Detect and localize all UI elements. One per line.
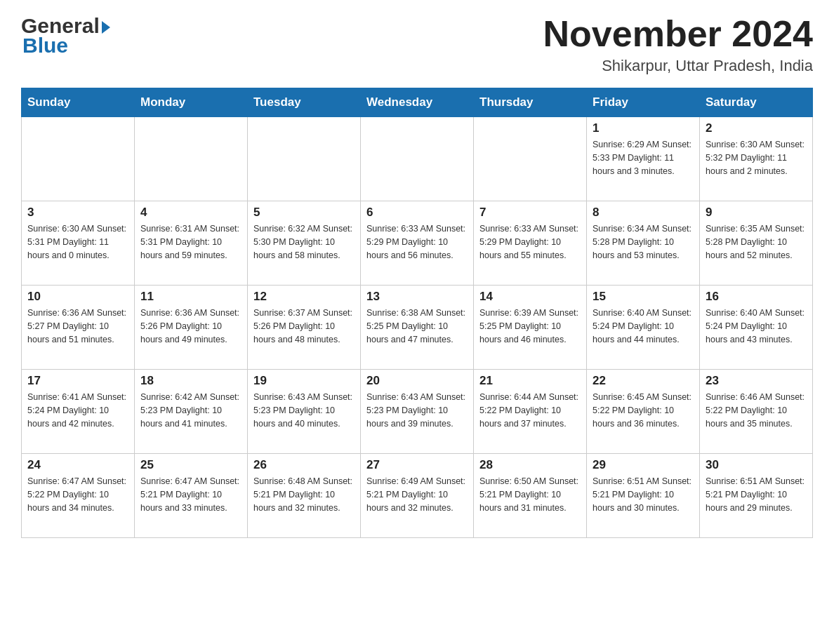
calendar-cell [361,117,474,201]
calendar-week-row: 1Sunrise: 6:29 AM Sunset: 5:33 PM Daylig… [22,117,813,201]
calendar-week-row: 3Sunrise: 6:30 AM Sunset: 5:31 PM Daylig… [22,201,813,286]
day-number: 11 [140,290,241,304]
day-number: 18 [140,374,241,388]
day-info: Sunrise: 6:33 AM Sunset: 5:29 PM Dayligh… [366,222,468,262]
calendar-cell: 9Sunrise: 6:35 AM Sunset: 5:28 PM Daylig… [700,201,813,286]
calendar-cell: 7Sunrise: 6:33 AM Sunset: 5:29 PM Daylig… [474,201,587,286]
calendar-cell: 13Sunrise: 6:38 AM Sunset: 5:25 PM Dayli… [361,286,474,370]
location-text: Shikarpur, Uttar Pradesh, India [543,57,813,75]
title-area: November 2024 Shikarpur, Uttar Pradesh, … [543,14,813,75]
day-of-week-header: Tuesday [248,88,361,117]
calendar-cell: 30Sunrise: 6:51 AM Sunset: 5:21 PM Dayli… [700,454,813,538]
calendar-cell: 22Sunrise: 6:45 AM Sunset: 5:22 PM Dayli… [587,370,700,454]
day-number: 26 [253,458,355,472]
day-info: Sunrise: 6:49 AM Sunset: 5:21 PM Dayligh… [366,475,468,514]
calendar-week-row: 24Sunrise: 6:47 AM Sunset: 5:22 PM Dayli… [22,454,813,538]
day-number: 3 [27,206,128,220]
calendar-cell: 14Sunrise: 6:39 AM Sunset: 5:25 PM Dayli… [474,286,587,370]
calendar-cell: 5Sunrise: 6:32 AM Sunset: 5:30 PM Daylig… [248,201,361,286]
day-number: 22 [593,374,694,388]
day-info: Sunrise: 6:29 AM Sunset: 5:33 PM Dayligh… [593,138,694,177]
day-info: Sunrise: 6:43 AM Sunset: 5:23 PM Dayligh… [253,391,355,430]
day-info: Sunrise: 6:31 AM Sunset: 5:31 PM Dayligh… [140,222,241,262]
day-info: Sunrise: 6:36 AM Sunset: 5:26 PM Dayligh… [140,307,241,346]
calendar-cell: 21Sunrise: 6:44 AM Sunset: 5:22 PM Dayli… [474,370,587,454]
day-info: Sunrise: 6:47 AM Sunset: 5:21 PM Dayligh… [140,475,241,514]
day-number: 1 [593,121,694,135]
day-number: 25 [140,458,241,472]
calendar-cell [474,117,587,201]
day-info: Sunrise: 6:33 AM Sunset: 5:29 PM Dayligh… [479,222,581,262]
calendar-cell: 8Sunrise: 6:34 AM Sunset: 5:28 PM Daylig… [587,201,700,286]
calendar-cell: 29Sunrise: 6:51 AM Sunset: 5:21 PM Dayli… [587,454,700,538]
day-of-week-header: Saturday [700,88,813,117]
day-number: 7 [479,206,581,220]
calendar-cell: 23Sunrise: 6:46 AM Sunset: 5:22 PM Dayli… [700,370,813,454]
calendar-cell: 24Sunrise: 6:47 AM Sunset: 5:22 PM Dayli… [22,454,135,538]
calendar-table: SundayMondayTuesdayWednesdayThursdayFrid… [21,88,813,538]
day-number: 8 [593,206,694,220]
day-info: Sunrise: 6:39 AM Sunset: 5:25 PM Dayligh… [479,307,581,346]
calendar-cell: 20Sunrise: 6:43 AM Sunset: 5:23 PM Dayli… [361,370,474,454]
calendar-cell: 3Sunrise: 6:30 AM Sunset: 5:31 PM Daylig… [22,201,135,286]
calendar-cell: 10Sunrise: 6:36 AM Sunset: 5:27 PM Dayli… [22,286,135,370]
day-number: 23 [706,374,807,388]
day-number: 28 [479,458,581,472]
day-info: Sunrise: 6:47 AM Sunset: 5:22 PM Dayligh… [27,475,128,514]
day-number: 15 [593,290,694,304]
day-number: 21 [479,374,581,388]
day-info: Sunrise: 6:34 AM Sunset: 5:28 PM Dayligh… [593,222,694,262]
day-number: 29 [593,458,694,472]
day-info: Sunrise: 6:40 AM Sunset: 5:24 PM Dayligh… [706,307,807,346]
calendar-cell: 12Sunrise: 6:37 AM Sunset: 5:26 PM Dayli… [248,286,361,370]
day-info: Sunrise: 6:44 AM Sunset: 5:22 PM Dayligh… [479,391,581,430]
day-number: 24 [27,458,128,472]
day-number: 12 [253,290,355,304]
calendar-cell: 18Sunrise: 6:42 AM Sunset: 5:23 PM Dayli… [135,370,248,454]
day-of-week-header: Thursday [474,88,587,117]
day-info: Sunrise: 6:35 AM Sunset: 5:28 PM Dayligh… [706,222,807,262]
day-info: Sunrise: 6:46 AM Sunset: 5:22 PM Dayligh… [706,391,807,430]
day-info: Sunrise: 6:42 AM Sunset: 5:23 PM Dayligh… [140,391,241,430]
calendar-cell [248,117,361,201]
day-info: Sunrise: 6:45 AM Sunset: 5:22 PM Dayligh… [593,391,694,430]
day-info: Sunrise: 6:43 AM Sunset: 5:23 PM Dayligh… [366,391,468,430]
calendar-cell: 19Sunrise: 6:43 AM Sunset: 5:23 PM Dayli… [248,370,361,454]
day-info: Sunrise: 6:36 AM Sunset: 5:27 PM Dayligh… [27,307,128,346]
day-number: 17 [27,374,128,388]
day-info: Sunrise: 6:41 AM Sunset: 5:24 PM Dayligh… [27,391,128,430]
calendar-cell: 11Sunrise: 6:36 AM Sunset: 5:26 PM Dayli… [135,286,248,370]
day-info: Sunrise: 6:48 AM Sunset: 5:21 PM Dayligh… [253,475,355,514]
calendar-cell: 2Sunrise: 6:30 AM Sunset: 5:32 PM Daylig… [700,117,813,201]
calendar-cell: 17Sunrise: 6:41 AM Sunset: 5:24 PM Dayli… [22,370,135,454]
day-number: 10 [27,290,128,304]
day-number: 9 [706,206,807,220]
calendar-cell: 4Sunrise: 6:31 AM Sunset: 5:31 PM Daylig… [135,201,248,286]
calendar-cell: 15Sunrise: 6:40 AM Sunset: 5:24 PM Dayli… [587,286,700,370]
logo: General Blue [21,14,110,58]
calendar-week-row: 17Sunrise: 6:41 AM Sunset: 5:24 PM Dayli… [22,370,813,454]
day-of-week-header: Wednesday [361,88,474,117]
day-number: 27 [366,458,468,472]
day-info: Sunrise: 6:37 AM Sunset: 5:26 PM Dayligh… [253,307,355,346]
day-info: Sunrise: 6:50 AM Sunset: 5:21 PM Dayligh… [479,475,581,514]
day-info: Sunrise: 6:30 AM Sunset: 5:31 PM Dayligh… [27,222,128,262]
day-number: 16 [706,290,807,304]
day-number: 4 [140,206,241,220]
day-info: Sunrise: 6:40 AM Sunset: 5:24 PM Dayligh… [593,307,694,346]
day-number: 14 [479,290,581,304]
calendar-cell: 16Sunrise: 6:40 AM Sunset: 5:24 PM Dayli… [700,286,813,370]
calendar-cell: 6Sunrise: 6:33 AM Sunset: 5:29 PM Daylig… [361,201,474,286]
calendar-cell: 26Sunrise: 6:48 AM Sunset: 5:21 PM Dayli… [248,454,361,538]
calendar-cell: 28Sunrise: 6:50 AM Sunset: 5:21 PM Dayli… [474,454,587,538]
day-of-week-header: Friday [587,88,700,117]
calendar-cell: 27Sunrise: 6:49 AM Sunset: 5:21 PM Dayli… [361,454,474,538]
calendar-week-row: 10Sunrise: 6:36 AM Sunset: 5:27 PM Dayli… [22,286,813,370]
day-number: 19 [253,374,355,388]
calendar-cell: 1Sunrise: 6:29 AM Sunset: 5:33 PM Daylig… [587,117,700,201]
day-number: 2 [706,121,807,135]
day-number: 5 [253,206,355,220]
page-header: General Blue November 2024 Shikarpur, Ut… [21,14,813,75]
day-number: 30 [706,458,807,472]
logo-arrow-icon [102,21,110,34]
